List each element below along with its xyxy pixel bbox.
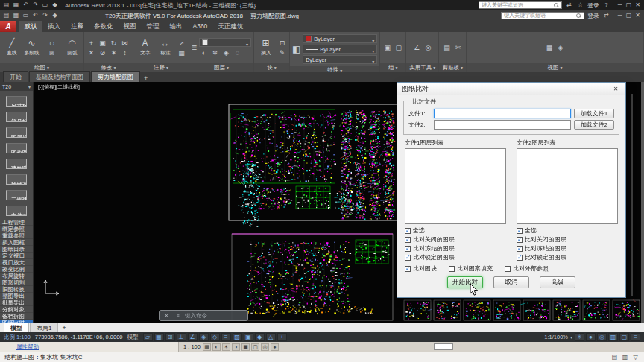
- minimize-icon[interactable]: ─: [616, 1, 624, 10]
- customize-icon[interactable]: ≡: [631, 333, 640, 341]
- layer-filter-checkbox[interactable]: ✓ 比对关闭的图层: [517, 235, 618, 244]
- palette-item[interactable]: 批量导出: [0, 299, 33, 306]
- workspace-gear-icon[interactable]: ✳: [575, 333, 584, 341]
- redo-icon[interactable]: ↷: [31, 1, 40, 10]
- draw-tool-button[interactable]: ◠ 圆弧: [63, 39, 81, 57]
- reveal-hidden-icon[interactable]: ●: [271, 343, 279, 351]
- annotate-tool-button[interactable]: ↔ 标注: [156, 39, 174, 57]
- draw-tool-button[interactable]: ╱ 直线: [2, 39, 21, 57]
- panel-label-clipboard[interactable]: 剪贴板: [439, 63, 466, 72]
- lineweight-control[interactable]: ByLayer: [303, 55, 377, 64]
- ribbon-tab[interactable]: 注释: [66, 21, 89, 32]
- close-icon[interactable]: ✕: [162, 311, 171, 320]
- view-scale-control[interactable]: 1 : 100: [183, 343, 201, 350]
- palette-item[interactable]: 绑定参照: [0, 226, 33, 232]
- ungroup-icon[interactable]: ▢: [394, 43, 403, 52]
- print-icon[interactable]: ▭: [41, 1, 49, 10]
- ortho-icon[interactable]: ⊥: [177, 333, 186, 341]
- file-tab[interactable]: 剪力墙配筋图: [91, 71, 140, 82]
- layout-tab[interactable]: 布局1: [30, 323, 58, 332]
- crop-region-icon[interactable]: ▢: [251, 343, 259, 351]
- block-tool-button[interactable]: ⊞ 插入: [256, 39, 275, 57]
- restore-icon[interactable]: ▢: [625, 12, 633, 20]
- palette-item[interactable]: 分解对象: [0, 306, 33, 313]
- start-compare-button[interactable]: 开始比对: [447, 276, 483, 288]
- palette-item[interactable]: 文件布图: [6, 206, 27, 216]
- layer-properties-icon[interactable]: ≡: [192, 43, 197, 53]
- visual-style-icon[interactable]: ◐: [212, 343, 221, 351]
- viewport-controls-label[interactable]: [-][俯视][二维线框]: [38, 83, 80, 91]
- crop-view-icon[interactable]: ▣: [242, 343, 250, 351]
- exchange-icon[interactable]: ⇄: [565, 1, 573, 10]
- palette-item[interactable]: 图形切割: [0, 279, 33, 286]
- compare-option-checkbox[interactable]: ✓ 比对外部参照: [505, 264, 549, 273]
- advanced-button[interactable]: 高级: [540, 276, 575, 288]
- layer-iso-icon[interactable]: ◌: [233, 48, 242, 57]
- move-icon[interactable]: +: [86, 39, 96, 48]
- lineweight-icon[interactable]: ≡: [221, 333, 231, 341]
- command-line-bar[interactable]: ✕ ≡ 键入命令: [159, 310, 248, 321]
- palette-item[interactable]: 改变比例: [0, 266, 33, 273]
- measure-icon[interactable]: ∠: [412, 43, 422, 52]
- exchange-icon[interactable]: ⇄: [602, 12, 610, 20]
- ribbon-tab[interactable]: 默认: [19, 21, 42, 32]
- save-icon[interactable]: ▦: [12, 1, 20, 10]
- undo-icon[interactable]: ↶: [22, 1, 30, 10]
- palette-item[interactable]: 布局旋转: [0, 273, 33, 279]
- ribbon-tab[interactable]: 输出: [165, 21, 188, 32]
- draw-tool-button[interactable]: ○ 圆: [42, 39, 61, 57]
- grid-icon[interactable]: ⊞: [165, 333, 175, 341]
- load-file1-button[interactable]: 加载文件1: [574, 109, 614, 118]
- close-icon[interactable]: ✕: [634, 1, 642, 10]
- compare-option-checkbox[interactable]: ✓ 比对图案填充: [449, 264, 493, 273]
- load-file2-button[interactable]: 加载文件2: [574, 120, 614, 130]
- object-snap-icon[interactable]: ◇: [210, 333, 220, 341]
- acad-search-box[interactable]: 键入关键字或短语: [501, 12, 584, 19]
- sheetset-icon[interactable]: ◆: [51, 1, 59, 10]
- design-options-icon[interactable]: ▥: [621, 353, 629, 361]
- layer-freeze-icon[interactable]: ❄: [210, 48, 220, 57]
- close-icon[interactable]: ✕: [610, 84, 621, 93]
- dynamic-ucs-icon[interactable]: △: [266, 333, 276, 341]
- scale-icon[interactable]: ↕: [120, 48, 130, 57]
- layer-filter-checkbox[interactable]: ✓ 比对冻结的图层: [405, 244, 506, 253]
- layer-filter-checkbox[interactable]: ✓ 全选: [517, 226, 618, 235]
- file-tab[interactable]: 开始: [3, 71, 28, 82]
- new-drawing-tab-button[interactable]: +: [141, 74, 151, 82]
- linetype-control[interactable]: ByLayer: [303, 45, 377, 54]
- edit-attribute-icon[interactable]: ✎: [277, 48, 287, 57]
- ribbon-tab[interactable]: A360: [188, 21, 213, 32]
- close-icon[interactable]: ✕: [634, 12, 642, 20]
- palette-item[interactable]: 整图导出: [0, 293, 33, 299]
- restore-icon[interactable]: ▢: [625, 1, 633, 10]
- palette-item[interactable]: 图纸目录: [0, 246, 33, 253]
- paste-icon[interactable]: ▤: [442, 43, 452, 52]
- layer-lock-icon[interactable]: ◈: [221, 48, 231, 57]
- revit-login-button[interactable]: 登录: [587, 1, 599, 10]
- t20-scale-indicator[interactable]: 比例 1:100: [4, 334, 31, 341]
- palette-item[interactable]: 旧图转换: [0, 286, 33, 293]
- filter-icon[interactable]: ▽: [631, 353, 640, 361]
- layer-filter-checkbox[interactable]: ✓ 比对关闭的图层: [405, 235, 506, 244]
- new-layout-button[interactable]: +: [59, 323, 69, 332]
- palette-item[interactable]: 图层控制: [6, 127, 27, 138]
- application-menu-button[interactable]: A: [0, 21, 16, 32]
- selection-cycling-icon[interactable]: ▣: [244, 333, 253, 341]
- layer-filter-checkbox[interactable]: ✓ 比对锁定的图层: [517, 253, 618, 261]
- dynamic-input-icon[interactable]: +: [277, 333, 287, 341]
- file2-input[interactable]: [434, 120, 571, 130]
- layer-off-icon[interactable]: ◐: [199, 48, 209, 57]
- transparency-icon[interactable]: ▨: [233, 333, 242, 341]
- file-tab[interactable]: 基础及结构平面图: [29, 71, 90, 82]
- help-icon[interactable]: ?: [602, 1, 610, 10]
- palette-item[interactable]: 场地布置: [6, 174, 27, 185]
- palette-header[interactable]: T20: [0, 82, 33, 91]
- panel-label-properties[interactable]: 特性: [290, 66, 379, 72]
- palette-item[interactable]: 工程管理: [0, 219, 33, 226]
- properties-help-link[interactable]: 属性帮助: [16, 343, 39, 351]
- create-block-icon[interactable]: ⊡: [277, 39, 287, 48]
- layer-filter-checkbox[interactable]: ✓ 全选: [405, 226, 506, 235]
- annotate-tool-button[interactable]: A 文字: [136, 39, 154, 57]
- snap-mode-icon[interactable]: ▦: [154, 333, 164, 341]
- palette-item[interactable]: 三维建模: [6, 190, 27, 200]
